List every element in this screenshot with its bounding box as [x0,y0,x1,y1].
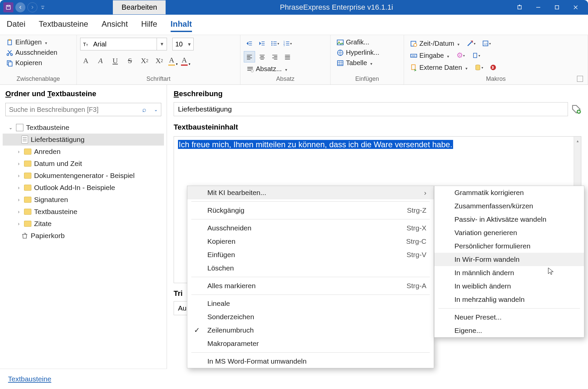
font-icon: TT [82,40,90,48]
macro-tool2-icon[interactable]: </>▾ [479,38,493,49]
datetime-button[interactable]: Zeit-/Datum [407,38,462,49]
submenu-item[interactable]: Zusammenfassen/kürzen [434,199,584,213]
strikethrough-button[interactable]: S [124,55,136,66]
minimize-icon[interactable] [531,1,546,13]
maximize-icon[interactable] [549,1,565,13]
menu-item[interactable]: AusschneidenStrg-X [187,221,434,235]
align-left-button[interactable] [244,51,255,62]
menu-item[interactable]: RückgängigStrg-Z [187,204,434,217]
indent-button[interactable] [256,38,268,49]
submenu-item[interactable]: Passiv- in Aktivsätze wandeln [434,213,584,226]
restore-down-icon[interactable] [512,1,527,13]
clipboard-macro-icon[interactable]: ▾ [469,50,482,61]
tree-root[interactable]: ⌄Textbausteine [3,122,164,134]
document-icon [21,136,28,144]
tab-inhalt[interactable]: Inhalt [171,19,192,32]
paste-button[interactable]: Einfügen [3,37,73,47]
description-input[interactable] [174,102,568,116]
scroll-icon[interactable]: ▾ [472,62,485,73]
menu-item[interactable]: EinfügenStrg-V [187,248,434,261]
content-label: Textbausteininhalt [174,123,581,132]
menu-item[interactable]: Löschen [187,261,434,275]
ribbon-launcher-icon[interactable] [577,76,583,82]
tab-ansicht[interactable]: Ansicht [102,19,128,32]
folder-icon [24,161,31,167]
submenu-item[interactable]: In männlich ändern [434,266,584,279]
forward-icon [27,2,37,12]
folder-icon [24,209,31,215]
tree-folder[interactable]: ›Textbausteine [3,206,164,218]
ribbon-group-insert: Grafik... Hyperlink... Tabelle Einfügen [331,35,404,84]
close-icon[interactable] [568,1,583,13]
tag-add-icon[interactable] [571,104,581,114]
svg-point-24 [414,43,417,46]
menu-item[interactable]: Makroparameter [187,337,434,350]
menu-item[interactable]: In MS Word-Format umwandeln [187,355,434,368]
menu-item[interactable]: ✓Zeilenumbruch [187,324,434,337]
search-icon[interactable]: ⌕ [138,106,151,114]
record-icon[interactable] [487,62,499,73]
menu-item[interactable]: Lineale [187,297,434,310]
tree-folder[interactable]: ›Anreden [3,146,164,158]
underline-button[interactable]: U [110,55,121,66]
table-button[interactable]: Tabelle [334,58,400,68]
svg-text:</>: </> [484,42,488,46]
menu-item[interactable]: Sonderzeichen [187,310,434,324]
search-input[interactable] [6,106,138,114]
graphic-button[interactable]: Grafik... [334,37,400,47]
tree-trash[interactable]: Papierkorb [3,230,164,242]
copy-button[interactable]: Kopieren [3,58,73,68]
macro-tool1-icon[interactable]: ▾ [464,38,477,49]
tree-item-selected[interactable]: Lieferbestätigung [3,134,164,146]
submenu-item[interactable]: Eigene... [434,324,584,337]
numbering-button[interactable]: 123▾ [282,38,293,49]
tab-textbausteine[interactable]: Textbausteine [39,19,88,32]
submenu-item[interactable]: Grammatik korrigieren [434,186,584,199]
justify-button[interactable] [282,51,293,62]
save-icon[interactable] [3,2,13,12]
submenu-item[interactable]: Persönlicher formulieren [434,239,584,253]
submenu-item[interactable]: In Wir-Form wandeln [434,253,584,266]
font-size-input[interactable] [173,40,185,48]
italic-button[interactable]: A [95,55,106,66]
submenu-item[interactable]: Variation generieren [434,226,584,239]
tree-folder[interactable]: ›Zitate [3,218,164,230]
submenu-item[interactable]: In mehrzahlig wandeln [434,293,584,306]
menu-item[interactable]: KopierenStrg-C [187,235,434,248]
subscript-button[interactable]: X2 [139,55,150,66]
bullets-button[interactable]: ▾ [269,38,280,49]
svg-text:AB|: AB| [412,54,416,57]
menu-item[interactable]: Alles markierenStrg-A [187,279,434,293]
font-name-select[interactable]: TT Arial ▾ [80,38,167,50]
align-right-button[interactable] [269,51,280,62]
hyperlink-button[interactable]: Hyperlink... [334,47,400,58]
active-ribbon-tab[interactable]: Bearbeiten [113,0,166,14]
back-icon[interactable] [15,2,25,12]
tab-hilfe[interactable]: Hilfe [141,19,157,32]
paragraph-button[interactable]: Absatz... [244,64,327,74]
search-box[interactable]: ⌕ ⌄ [5,103,161,116]
submenu-item[interactable]: Neuer Preset... [434,311,584,324]
menu-item[interactable]: Mit KI bearbeiten...› [187,186,434,199]
input-button[interactable]: AB| Eingabe [407,50,452,61]
sidebar-footer-link[interactable]: Textbausteine [0,369,167,389]
cut-button[interactable]: Ausschneiden [3,47,73,58]
trash-icon [21,232,28,239]
tree-folder[interactable]: ›Outlook Add-In - Beispiele [3,182,164,194]
text-highlight-button[interactable]: A▾ [168,56,178,66]
gear-icon[interactable]: ⚙▾ [454,50,467,61]
qat-dropdown-icon[interactable] [39,2,46,12]
outdent-button[interactable] [244,38,255,49]
text-color-button[interactable]: A▾ [181,56,190,66]
align-center-button[interactable] [256,51,268,62]
font-color-button[interactable]: A [80,55,91,66]
tree-folder[interactable]: ›Dokumentengenerator - Beispiel [3,170,164,182]
tab-datei[interactable]: Datei [7,19,25,32]
tree-folder[interactable]: ›Datum und Zeit [3,158,164,170]
external-data-button[interactable]: Externe Daten [407,62,470,73]
search-dropdown-icon[interactable]: ⌄ [151,107,161,112]
submenu-item[interactable]: In weiblich ändern [434,279,584,293]
tree-folder[interactable]: ›Signaturen [3,194,164,206]
superscript-button[interactable]: X2 [154,55,165,66]
font-size-select[interactable]: ▾ [172,38,194,50]
